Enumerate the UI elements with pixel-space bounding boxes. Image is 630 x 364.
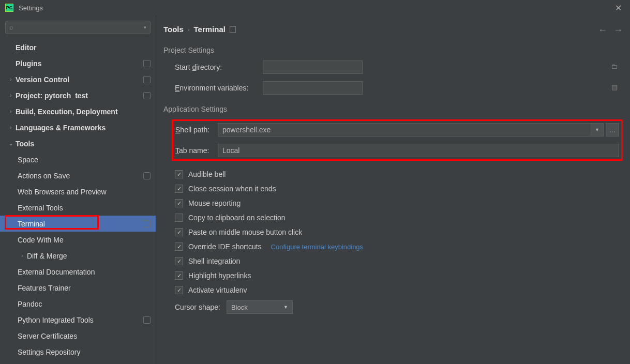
sidebar-item-project-pytorch-test[interactable]: ›Project: pytorch_test [0, 87, 156, 103]
checkbox[interactable] [175, 271, 183, 280]
checkbox-label: Override IDE shortcuts [188, 242, 262, 251]
checkbox-label: Paste on middle mouse button click [188, 228, 302, 236]
sidebar-item-label: External Documentation [18, 268, 151, 276]
sidebar-item-label: Features Trainer [18, 284, 151, 292]
project-badge-icon [143, 172, 151, 179]
sidebar-item-label: Python Integrated Tools [18, 316, 143, 324]
sidebar-item-languages-frameworks[interactable]: ›Languages & Frameworks [0, 119, 156, 135]
sidebar-item-label: Plugins [16, 59, 143, 68]
sidebar-item-version-control[interactable]: ›Version Control [0, 71, 156, 87]
sidebar-item-code-with-me[interactable]: Code With Me [0, 232, 156, 248]
chevron-down-icon[interactable]: ▾ [144, 25, 146, 30]
start-directory-input[interactable] [263, 60, 363, 74]
sidebar: ⌕ ▾ EditorPlugins›Version Control›Projec… [0, 16, 156, 364]
checkbox-row-shell-integration: Shell integration [163, 257, 623, 265]
section-title-app: Application Settings [163, 105, 623, 113]
window-title: Settings [19, 4, 43, 12]
sidebar-item-web-browsers-and-preview[interactable]: Web Browsers and Preview [0, 184, 156, 200]
browse-button[interactable]: … [606, 123, 619, 136]
chevron-right-icon: › [6, 109, 16, 114]
checkbox[interactable] [175, 228, 183, 236]
sidebar-item-editor[interactable]: Editor [0, 39, 156, 55]
shell-path-label: Shell path: [175, 126, 218, 134]
checkbox-row-copy-to-clipboard-on-selection: Copy to clipboard on selection [163, 214, 623, 222]
sidebar-item-build-execution-deployment[interactable]: ›Build, Execution, Deployment [0, 103, 156, 119]
configure-keybindings-link[interactable]: Configure terminal keybindings [271, 243, 363, 251]
checkbox-label: Copy to clipboard on selection [188, 214, 286, 222]
project-badge-icon [143, 76, 151, 83]
breadcrumb-root[interactable]: Tools [163, 25, 184, 34]
sidebar-item-label: Diff & Merge [27, 252, 151, 260]
main-panel: Tools › Terminal ← → Project Settings St… [156, 16, 630, 364]
sidebar-item-label: Tools [16, 140, 151, 148]
sidebar-item-actions-on-save[interactable]: Actions on Save [0, 168, 156, 184]
checkbox[interactable] [175, 242, 183, 251]
sidebar-item-settings-repository[interactable]: Settings Repository [0, 344, 156, 360]
sidebar-item-terminal[interactable]: Terminal [0, 216, 156, 232]
tab-name-input[interactable] [218, 144, 619, 157]
sidebar-item-label: Web Browsers and Preview [18, 188, 151, 196]
sidebar-item-label: Server Certificates [18, 332, 151, 340]
sidebar-item-diff-merge[interactable]: ›Diff & Merge [0, 248, 156, 264]
sidebar-item-plugins[interactable]: Plugins [0, 55, 156, 71]
list-icon[interactable]: ▤ [611, 83, 618, 91]
search-input[interactable] [5, 21, 151, 34]
checkbox[interactable] [175, 286, 183, 294]
checkbox-label: Close session when it ends [188, 185, 276, 193]
chevron-right-icon: › [6, 125, 16, 130]
checkbox-label: Mouse reporting [188, 199, 241, 207]
project-badge-icon [143, 60, 151, 67]
checkbox[interactable] [175, 185, 183, 193]
sidebar-item-external-documentation[interactable]: External Documentation [0, 264, 156, 280]
folder-icon[interactable]: 🗀 [611, 63, 618, 70]
sidebar-item-tools[interactable]: ⌄Tools [0, 135, 156, 151]
cursor-shape-value: Block [231, 304, 248, 311]
tab-name-label: Tab name: [175, 146, 218, 155]
checkbox[interactable] [175, 214, 183, 222]
checkbox-row-mouse-reporting: Mouse reporting [163, 199, 623, 207]
chevron-right-icon: › [18, 253, 27, 259]
checkbox[interactable] [175, 170, 183, 178]
env-vars-input[interactable] [263, 81, 363, 95]
sidebar-item-server-certificates[interactable]: Server Certificates [0, 328, 156, 344]
checkbox-label: Highlight hyperlinks [188, 271, 251, 280]
checkbox-row-override-ide-shortcuts: Override IDE shortcutsConfigure terminal… [163, 242, 623, 251]
sidebar-item-python-integrated-tools[interactable]: Python Integrated Tools [0, 312, 156, 328]
shell-path-dropdown-icon[interactable]: ▼ [591, 123, 604, 136]
sidebar-item-label: Languages & Frameworks [16, 124, 151, 132]
checkbox[interactable] [175, 257, 183, 265]
project-badge-icon [143, 92, 151, 99]
project-badge-icon [143, 220, 151, 228]
sidebar-item-label: Editor [16, 43, 151, 52]
close-icon[interactable]: ✕ [612, 3, 625, 13]
project-badge-icon [230, 26, 236, 33]
cursor-shape-select[interactable]: Block ▼ [227, 300, 293, 314]
titlebar: PC Settings ✕ [0, 0, 630, 16]
sidebar-item-external-tools[interactable]: External Tools [0, 200, 156, 216]
sidebar-item-space[interactable]: Space [0, 151, 156, 168]
sidebar-item-label: Pandoc [18, 300, 151, 308]
section-title-project: Project Settings [163, 46, 623, 54]
back-icon[interactable]: ← [598, 25, 607, 36]
checkbox-row-paste-on-middle-mouse-button-click: Paste on middle mouse button click [163, 228, 623, 236]
checkbox-label: Activate virtualenv [188, 286, 247, 294]
breadcrumb: Tools › Terminal [163, 25, 623, 34]
sidebar-item-label: Actions on Save [18, 172, 143, 180]
env-vars-label: Environment variables: [175, 84, 263, 92]
sidebar-item-label: Version Control [16, 75, 143, 84]
sidebar-item-label: Settings Repository [18, 348, 151, 356]
shell-path-input[interactable] [218, 123, 591, 136]
checkbox-row-close-session-when-it-ends: Close session when it ends [163, 185, 623, 193]
chevron-right-icon: › [6, 77, 16, 82]
chevron-right-icon: › [6, 93, 16, 98]
checkbox-label: Shell integration [188, 257, 240, 265]
chevron-down-icon: ⌄ [6, 141, 16, 146]
sidebar-item-features-trainer[interactable]: Features Trainer [0, 280, 156, 296]
sidebar-item-label: Build, Execution, Deployment [16, 108, 151, 116]
checkbox[interactable] [175, 199, 183, 207]
sidebar-item-label: External Tools [18, 204, 151, 212]
sidebar-item-label: Code With Me [18, 236, 151, 244]
sidebar-item-pandoc[interactable]: Pandoc [0, 296, 156, 312]
start-directory-label: Start directory: [175, 63, 263, 71]
forward-icon[interactable]: → [613, 25, 623, 36]
